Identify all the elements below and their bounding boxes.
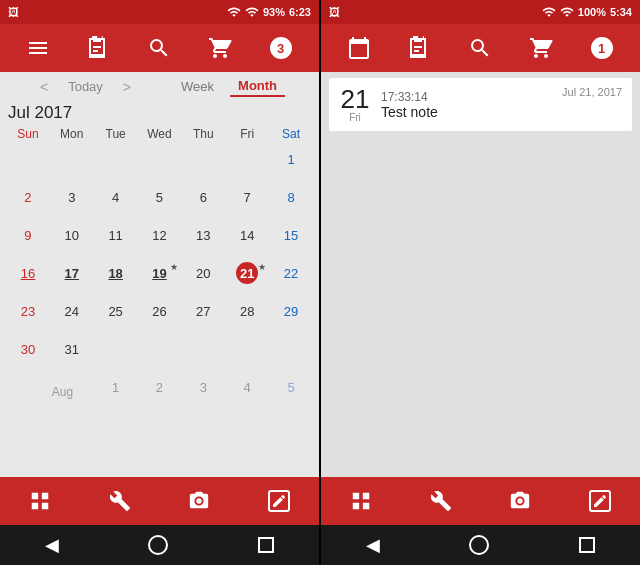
wifi-icon xyxy=(227,5,241,19)
cal-day-jul25[interactable]: 25 xyxy=(94,297,138,335)
battery-status: 93% xyxy=(263,6,285,18)
cal-day-jul12[interactable]: 12 xyxy=(138,221,182,259)
right-phone: 🖼 100% 5:34 1 21 Fri xyxy=(321,0,640,565)
photo-icon: 🖼 xyxy=(8,6,19,18)
top-toolbar-left: 3 xyxy=(0,24,319,72)
home-button[interactable] xyxy=(148,535,168,555)
calendar-nav: < Today > Week Month xyxy=(0,72,319,99)
calendar-header: Jul 2017 xyxy=(0,99,319,123)
status-bar-right: 🖼 100% 5:34 xyxy=(321,0,640,24)
wrench-icon-r[interactable] xyxy=(401,490,481,512)
cart-icon[interactable] xyxy=(190,36,251,60)
cal-day-jul18[interactable]: 18 xyxy=(94,259,138,297)
status-left-right: 🖼 xyxy=(329,6,340,18)
status-bar-left: 🖼 93% 6:23 xyxy=(0,0,319,24)
back-button-r[interactable]: ◀ xyxy=(366,534,380,556)
cal-day-jul16[interactable]: 16 xyxy=(6,259,50,297)
today-button[interactable]: Today xyxy=(62,77,109,96)
home-button-r[interactable] xyxy=(469,535,489,555)
cal-day-empty xyxy=(225,145,269,183)
book-icon[interactable] xyxy=(69,36,130,60)
cal-day-jul30[interactable]: 30 xyxy=(6,335,50,373)
cal-day-jul23[interactable]: 23 xyxy=(6,297,50,335)
cal-day-empty xyxy=(6,145,50,183)
camera-icon[interactable] xyxy=(160,490,240,512)
note-day-num: 21 xyxy=(341,86,370,112)
recent-button-r[interactable] xyxy=(579,537,595,553)
prev-arrow[interactable]: < xyxy=(34,77,54,97)
month-title: Jul 2017 xyxy=(8,103,311,123)
cal-day-jul7[interactable]: 7 xyxy=(225,183,269,221)
cal-day-jul2[interactable]: 2 xyxy=(6,183,50,221)
grid-icon[interactable] xyxy=(0,490,80,512)
note-content: 17:33:14 Test note xyxy=(381,90,552,120)
calendar-icon[interactable] xyxy=(329,36,390,60)
cal-week-1: 1 xyxy=(6,145,313,183)
week-view-tab[interactable]: Week xyxy=(173,77,222,96)
cal-week-2: 2 3 4 5 6 7 8 xyxy=(6,183,313,221)
status-right-right: 100% 5:34 xyxy=(542,5,632,19)
cal-day-jul14[interactable]: 14 xyxy=(225,221,269,259)
cal-day-jul3[interactable]: 3 xyxy=(50,183,94,221)
cal-day-jul4[interactable]: 4 xyxy=(94,183,138,221)
cal-day-jul28[interactable]: 28 xyxy=(225,297,269,335)
cal-day-jul21[interactable]: 21 ★ xyxy=(225,259,269,297)
cal-day-jul6[interactable]: 6 xyxy=(181,183,225,221)
search-icon-r[interactable] xyxy=(450,36,511,60)
wifi-icon-r xyxy=(542,5,556,19)
cal-day-jul13[interactable]: 13 xyxy=(181,221,225,259)
cal-day-jul5[interactable]: 5 xyxy=(138,183,182,221)
cal-day-jul11[interactable]: 11 xyxy=(94,221,138,259)
cal-day-jul17[interactable]: 17 xyxy=(50,259,94,297)
cart-icon-r[interactable] xyxy=(511,36,572,60)
grid-icon-r[interactable] xyxy=(321,490,401,512)
menu-icon[interactable] xyxy=(8,36,69,60)
recent-button[interactable] xyxy=(258,537,274,553)
cal-day-jul24[interactable]: 24 xyxy=(50,297,94,335)
wrench-icon[interactable] xyxy=(80,490,160,512)
cal-day-jul20[interactable]: 20 xyxy=(181,259,225,297)
cal-day-jul31[interactable]: 31 xyxy=(50,335,94,373)
cal-day-jul10[interactable]: 10 xyxy=(50,221,94,259)
cal-day-aug5[interactable]: 5 xyxy=(269,373,313,411)
day-header-sat: Sat xyxy=(269,125,313,143)
badge-count-r: 1 xyxy=(571,37,632,59)
back-button[interactable]: ◀ xyxy=(45,534,59,556)
cal-day-empty xyxy=(181,145,225,183)
cal-day-jul22[interactable]: 22 xyxy=(269,259,313,297)
edit-icon[interactable] xyxy=(239,490,319,512)
cal-day-aug2[interactable]: 2 xyxy=(138,373,182,411)
cal-week-5: 23 24 25 26 27 28 29 xyxy=(6,297,313,335)
time-left: 6:23 xyxy=(289,6,311,18)
edit-icon-r[interactable] xyxy=(560,490,640,512)
cal-day-empty xyxy=(269,335,313,373)
cal-day-jul8[interactable]: 8 xyxy=(269,183,313,221)
cal-day-jul29[interactable]: 29 xyxy=(269,297,313,335)
cal-day-jul9[interactable]: 9 xyxy=(6,221,50,259)
top-toolbar-right: 1 xyxy=(321,24,640,72)
status-right: 93% 6:23 xyxy=(227,5,311,19)
search-icon[interactable] xyxy=(129,36,190,60)
cal-day-aug3[interactable]: 3 xyxy=(181,373,225,411)
month-view-tab[interactable]: Month xyxy=(230,76,285,97)
signal-icon xyxy=(245,5,259,19)
book-icon-r[interactable] xyxy=(390,36,451,60)
signal-icon-r xyxy=(560,5,574,19)
cal-day-aug4[interactable]: 4 xyxy=(225,373,269,411)
camera-icon-r[interactable] xyxy=(481,490,561,512)
status-left: 🖼 xyxy=(8,6,19,18)
day-header-tue: Tue xyxy=(94,125,138,143)
cal-day-jul19[interactable]: 19 ★ xyxy=(138,259,182,297)
cal-day-jul27[interactable]: 27 xyxy=(181,297,225,335)
cal-day-jul15[interactable]: 15 xyxy=(269,221,313,259)
cal-day-empty xyxy=(50,145,94,183)
photo-icon-r: 🖼 xyxy=(329,6,340,18)
note-time: 17:33:14 xyxy=(381,90,552,104)
cal-day-empty xyxy=(94,145,138,183)
cal-day-aug1[interactable]: 1 xyxy=(94,373,138,411)
sys-nav-right: ◀ xyxy=(321,525,640,565)
cal-day-jul26[interactable]: 26 xyxy=(138,297,182,335)
note-item[interactable]: 21 Fri 17:33:14 Test note Jul 21, 2017 xyxy=(329,78,632,131)
cal-day-jul1[interactable]: 1 xyxy=(269,145,313,183)
next-arrow[interactable]: > xyxy=(117,77,137,97)
